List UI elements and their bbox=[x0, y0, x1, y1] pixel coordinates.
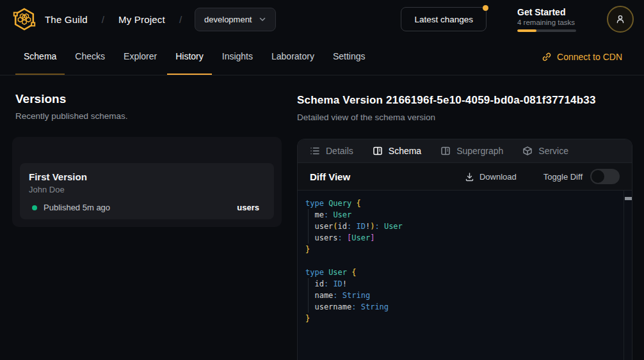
primary-nav: Schema Checks Explorer History Insights … bbox=[0, 38, 644, 75]
header-right-group: Latest changes Get Started 4 remaining t… bbox=[401, 6, 634, 33]
version-status: Published 5m ago bbox=[44, 203, 110, 212]
tab-service[interactable]: Service bbox=[522, 146, 568, 156]
nav-tab-checks[interactable]: Checks bbox=[67, 38, 113, 75]
breadcrumb: The Guild / My Project / bbox=[45, 14, 182, 25]
code-scrollbar[interactable] bbox=[624, 191, 632, 360]
versions-header: Versions Recently published schemas. bbox=[15, 92, 128, 121]
guild-logo-icon[interactable] bbox=[10, 5, 38, 33]
diff-actions: Download Toggle Diff bbox=[465, 169, 620, 184]
user-avatar[interactable] bbox=[607, 6, 634, 33]
versions-list: First Version John Doe Published 5m ago … bbox=[12, 137, 282, 227]
breadcrumb-org[interactable]: The Guild bbox=[45, 14, 88, 25]
nav-tab-insights[interactable]: Insights bbox=[214, 38, 261, 75]
tab-details[interactable]: Details bbox=[310, 146, 353, 156]
link-icon bbox=[542, 52, 552, 62]
latest-changes-label: Latest changes bbox=[414, 15, 473, 24]
diff-toolbar: Diff View Download Toggle Diff bbox=[298, 163, 632, 191]
detail-tab-bar: Details Schema Supergrap bbox=[298, 139, 632, 163]
version-name: First Version bbox=[29, 171, 265, 182]
top-header: The Guild / My Project / development Lat… bbox=[0, 0, 644, 38]
nav-tab-history[interactable]: History bbox=[167, 38, 212, 75]
schema-code: type Query { me: User user(id: ID!): Use… bbox=[305, 198, 619, 324]
chevron-down-icon bbox=[259, 15, 266, 23]
breadcrumb-separator: / bbox=[179, 14, 182, 25]
nav-tab-label: Laboratory bbox=[271, 51, 314, 61]
notification-dot bbox=[483, 5, 488, 11]
versions-subtitle: Recently published schemas. bbox=[15, 111, 128, 121]
schema-version-panel: Details Schema Supergrap bbox=[297, 139, 632, 360]
nav-tab-label: Explorer bbox=[124, 51, 157, 61]
get-started-title: Get Started bbox=[517, 7, 576, 17]
schema-version-subtitle: Detailed view of the schema version bbox=[297, 113, 596, 122]
target-selector[interactable]: development bbox=[195, 8, 275, 31]
get-started-progress-fill bbox=[517, 29, 536, 32]
nav-tab-label: Insights bbox=[222, 51, 253, 61]
breadcrumb-separator: / bbox=[102, 14, 104, 25]
schema-version-title: Schema Version 2166196f-5e10-4059-bd0a-0… bbox=[297, 94, 596, 107]
app-window: The Guild / My Project / development Lat… bbox=[0, 0, 644, 360]
target-selector-value: development bbox=[204, 15, 252, 24]
latest-changes-button[interactable]: Latest changes bbox=[401, 7, 487, 31]
connect-to-cdn-link[interactable]: Connect to CDN bbox=[542, 38, 622, 75]
nav-tab-schema[interactable]: Schema bbox=[15, 38, 65, 75]
tab-supergraph[interactable]: Supergraph bbox=[440, 146, 503, 156]
version-list-item[interactable]: First Version John Doe Published 5m ago … bbox=[20, 163, 274, 219]
service-badge: users bbox=[237, 203, 259, 212]
breadcrumb-project[interactable]: My Project bbox=[118, 14, 165, 25]
get-started-progress-bar bbox=[517, 29, 576, 32]
tab-schema[interactable]: Schema bbox=[373, 146, 421, 156]
toggle-knob bbox=[592, 170, 604, 183]
nav-tab-laboratory[interactable]: Laboratory bbox=[263, 38, 323, 75]
nav-tab-label: Schema bbox=[24, 51, 56, 61]
user-icon bbox=[615, 13, 626, 25]
cube-icon bbox=[522, 146, 533, 156]
tab-label: Schema bbox=[389, 146, 421, 156]
version-status-row: Published 5m ago users bbox=[29, 203, 265, 212]
toggle-diff-label: Toggle Diff bbox=[543, 172, 583, 182]
get-started-widget[interactable]: Get Started 4 remaining tasks bbox=[517, 7, 576, 32]
tab-label: Details bbox=[326, 146, 353, 156]
nav-tab-label: Settings bbox=[333, 51, 366, 61]
nav-tab-settings[interactable]: Settings bbox=[325, 38, 374, 75]
schema-version-header: Schema Version 2166196f-5e10-4059-bd0a-0… bbox=[297, 94, 596, 122]
download-button[interactable]: Download bbox=[465, 172, 517, 182]
tab-label: Supergraph bbox=[456, 146, 503, 156]
versions-title: Versions bbox=[15, 92, 128, 106]
nav-tab-list: Schema Checks Explorer History Insights … bbox=[15, 38, 374, 75]
schema-code-viewer[interactable]: type Query { me: User user(id: ID!): Use… bbox=[298, 191, 632, 360]
code-scrollbar-thumb[interactable] bbox=[625, 197, 632, 200]
columns-icon bbox=[440, 146, 451, 156]
tab-label: Service bbox=[538, 146, 568, 156]
version-author: John Doe bbox=[29, 185, 265, 194]
nav-tab-label: History bbox=[175, 51, 204, 61]
toggle-diff-switch[interactable] bbox=[590, 169, 620, 184]
connect-to-cdn-label: Connect to CDN bbox=[557, 52, 622, 62]
list-icon bbox=[310, 146, 320, 156]
nav-tab-label: Checks bbox=[75, 51, 105, 61]
nav-tab-explorer[interactable]: Explorer bbox=[115, 38, 165, 75]
get-started-subtitle: 4 remaining tasks bbox=[517, 19, 576, 26]
diff-view-title: Diff View bbox=[310, 171, 350, 182]
columns-icon bbox=[373, 146, 383, 156]
published-status-dot bbox=[32, 205, 37, 210]
download-label: Download bbox=[479, 172, 517, 182]
download-icon bbox=[465, 172, 474, 182]
